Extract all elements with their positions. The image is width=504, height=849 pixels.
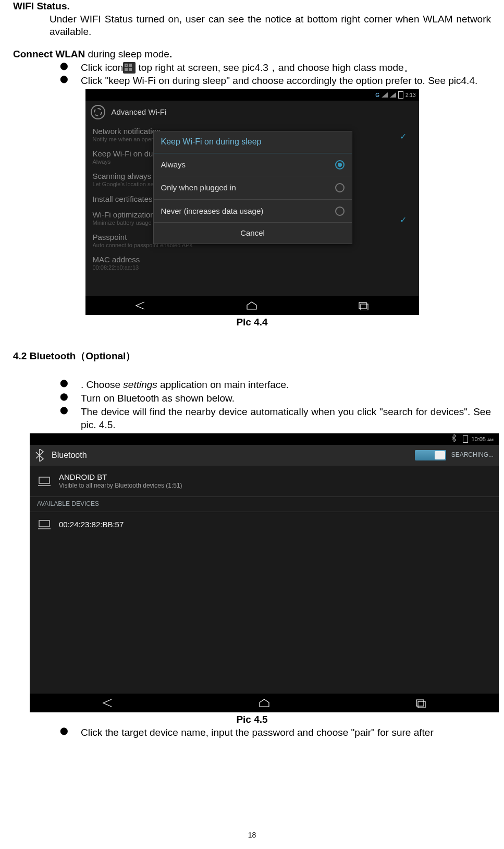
svg-rect-4 (416, 700, 424, 706)
android-nav-bar (85, 296, 419, 315)
own-device-name: ANDROID BT (59, 472, 182, 482)
screenshot-pic-4-5: 10:05 AM Bluetooth SEARCHING... ANDROID … (30, 433, 499, 712)
section-4-2-bluetooth: 4.2 Bluetooth（Optional） (13, 350, 491, 363)
svg-rect-0 (359, 302, 366, 309)
option-always[interactable]: Always (154, 153, 352, 177)
own-device-subtitle: Visible to all nearby Bluetooth devices … (59, 482, 182, 490)
recent-apps-icon[interactable] (414, 698, 427, 708)
screenshot-pic-4-4: G 2:13 Advanced Wi-Fi Network notificati… (85, 89, 419, 315)
battery-icon (398, 91, 403, 99)
option-only-plugged[interactable]: Only when plugged in (154, 176, 352, 200)
bullet-icon: ⬤ (60, 392, 81, 405)
home-icon[interactable] (257, 698, 271, 708)
bluetooth-header: Bluetooth SEARCHING... (30, 445, 499, 466)
bullet-keep-wifi: ⬤ Click "keep Wi-Fi on during sleep" and… (13, 74, 491, 88)
bullet-turn-on-bt: ⬤ Turn on Bluetooth as shown below. (13, 392, 491, 405)
overflow-menu-icon (123, 62, 136, 74)
bullet-choose-settings: ⬤ . Choose settings application on main … (13, 378, 491, 392)
check-icon: ✓ (400, 215, 407, 225)
recent-apps-icon[interactable] (357, 301, 370, 310)
check-icon: ✓ (400, 131, 407, 141)
home-icon[interactable] (245, 301, 259, 310)
back-icon[interactable] (101, 698, 115, 708)
title-wifi-status: WIFI Status. (13, 0, 491, 13)
title-connect-wlan: Connect WLAN during sleep mode. (13, 48, 491, 61)
svg-rect-1 (361, 304, 368, 310)
available-device-row[interactable]: 00:24:23:82:BB:57 (30, 512, 499, 537)
bullet-click-icon: ⬤ Click icon top right at screen, see pi… (13, 61, 491, 75)
advanced-wifi-header: Advanced Wi-Fi (85, 101, 419, 124)
android-status-bar: G 2:13 (85, 89, 419, 101)
status-time: 2:13 (405, 92, 415, 99)
page-number: 18 (0, 830, 504, 840)
bullet-pair-password: ⬤ Click the target device name, input th… (13, 726, 491, 739)
wifi-status-body: Under WIFI Status turned on, user can se… (13, 13, 491, 39)
radio-icon (335, 207, 345, 216)
g-symbol: G (375, 92, 379, 99)
svg-rect-5 (418, 701, 425, 708)
signal-icon (390, 92, 396, 98)
android-nav-bar (30, 694, 499, 712)
cancel-button[interactable]: Cancel (154, 223, 352, 244)
battery-icon (463, 435, 468, 443)
radio-icon (335, 183, 345, 192)
own-device-row[interactable]: ANDROID BT Visible to all nearby Bluetoo… (30, 466, 499, 496)
bluetooth-icon (35, 449, 44, 462)
android-status-bar: 10:05 AM (30, 433, 499, 445)
radio-selected-icon (335, 160, 345, 169)
item-mac-address: MAC address 00:08:22:b0:aa:13 (85, 252, 419, 274)
status-time: 10:05 AM (471, 435, 494, 443)
back-icon[interactable] (134, 301, 147, 310)
bullet-icon: ⬤ (60, 74, 81, 88)
svg-rect-2 (39, 477, 50, 483)
signal-icon (382, 92, 388, 98)
bullet-icon: ⬤ (60, 405, 81, 432)
empty-area (30, 537, 499, 694)
dialog-title: Keep Wi-Fi on during sleep (154, 131, 352, 153)
searching-label: SEARCHING... (451, 451, 494, 459)
caption-pic-4-4: Pic 4.4 (13, 316, 491, 329)
laptop-icon (37, 519, 52, 530)
device-mac: 00:24:23:82:BB:57 (59, 519, 124, 530)
option-never[interactable]: Never (increases data usage) (154, 200, 352, 223)
available-devices-label: AVAILABLE DEVICES (30, 496, 499, 512)
bullet-search-devices: ⬤ The device will find the nearby device… (13, 405, 491, 432)
device-icon (37, 476, 52, 487)
bluetooth-toggle[interactable] (415, 450, 446, 460)
bullet-icon: ⬤ (60, 61, 81, 75)
svg-rect-3 (39, 520, 50, 527)
bullet-icon: ⬤ (60, 378, 81, 392)
dialog-keep-wifi-during-sleep: Keep Wi-Fi on during sleep Always Only w… (153, 131, 352, 244)
bluetooth-status-icon (451, 434, 457, 443)
gear-icon (91, 105, 105, 119)
caption-pic-4-5: Pic 4.5 (13, 713, 491, 726)
page-title: Bluetooth (52, 450, 87, 461)
bullet-icon: ⬤ (60, 726, 81, 739)
